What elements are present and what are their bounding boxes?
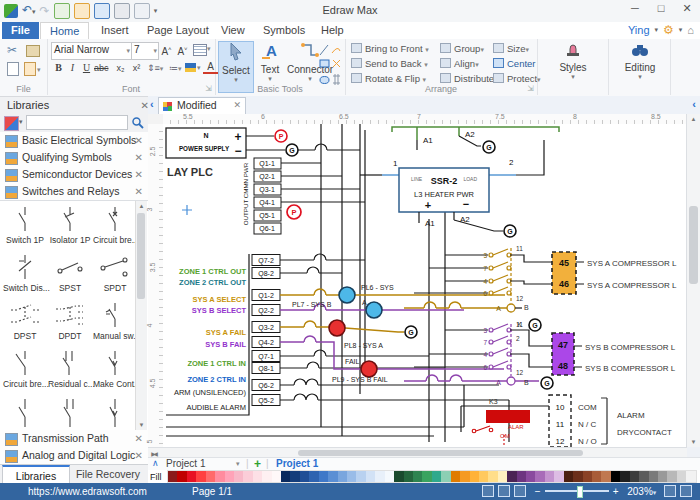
format-painter-icon[interactable] xyxy=(26,45,40,57)
close-icon[interactable]: ✕ xyxy=(135,447,143,464)
group-button[interactable]: Group▾ xyxy=(440,43,484,54)
page-view-icon[interactable] xyxy=(498,485,510,497)
symbol-gallery-scrollbar[interactable]: ▲ ▼ xyxy=(135,201,147,430)
rotate-flip-button[interactable]: Rotate & Flip ▾ xyxy=(351,73,426,84)
terminal-p-mid[interactable]: P xyxy=(287,205,301,219)
color-swatch[interactable] xyxy=(422,471,431,482)
fit-page-icon[interactable] xyxy=(664,485,676,497)
scroll-down-icon[interactable]: ▼ xyxy=(688,439,699,445)
color-swatch[interactable] xyxy=(168,471,177,482)
font-size-select[interactable]: 7▾ xyxy=(131,42,159,60)
terminal-p-top[interactable]: P xyxy=(275,130,287,142)
gear-icon[interactable]: ⚙ xyxy=(663,23,674,37)
color-swatch[interactable] xyxy=(460,471,469,482)
zoom-slider[interactable] xyxy=(545,490,609,492)
color-swatch[interactable] xyxy=(583,471,592,482)
cut-icon[interactable]: ✂ xyxy=(7,43,17,57)
color-swatch[interactable] xyxy=(413,471,422,482)
color-swatch[interactable] xyxy=(300,471,309,482)
bold-button[interactable]: B xyxy=(51,61,66,75)
zoom-level[interactable]: 203% xyxy=(627,486,653,497)
pan-zoom-icon[interactable] xyxy=(680,485,692,497)
tab-help[interactable]: Help xyxy=(312,22,353,39)
ssr2-relay[interactable]: LINE SSR-2 LOAD L3 HEATER PWR + − 1 2 A1… xyxy=(360,140,544,237)
normal-view-icon[interactable] xyxy=(482,485,494,497)
search-icon[interactable] xyxy=(131,116,144,129)
color-swatch[interactable] xyxy=(328,471,337,482)
color-swatch[interactable] xyxy=(620,471,629,482)
account-name[interactable]: Ying xyxy=(628,24,650,36)
font-dialog-launcher[interactable]: ⇲ xyxy=(205,84,212,93)
symbol-partial[interactable] xyxy=(48,397,92,429)
library-item-analog-digital-logic[interactable]: Analog and Digital Logic✕ xyxy=(0,447,148,465)
color-swatch[interactable] xyxy=(281,471,290,482)
close-icon[interactable]: ✕ xyxy=(135,132,143,149)
plc-input-terminals[interactable]: Q7-2Q8-2 Q1-2Q2-2 Q3-2Q4-2 Q7-1Q8-1 Q6-2… xyxy=(252,255,280,406)
color-swatch[interactable] xyxy=(338,471,347,482)
terminal-g-top[interactable]: G xyxy=(286,144,298,156)
color-swatch[interactable] xyxy=(253,471,262,482)
symbol-switch-disconnector[interactable]: Switch Dis... xyxy=(3,253,47,293)
library-item-qualifying[interactable]: Qualifying Symbols✕ xyxy=(0,149,148,167)
highlight-dropdown[interactable]: ▾ xyxy=(197,64,201,72)
color-swatch[interactable] xyxy=(319,471,328,482)
tab-file[interactable]: File xyxy=(2,22,39,39)
grow-font-button[interactable]: A˄ xyxy=(159,42,174,59)
color-swatch[interactable] xyxy=(234,471,243,482)
shape-tools-grid[interactable] xyxy=(318,43,342,87)
symbol-dpst[interactable]: DPST xyxy=(3,301,47,341)
symbol-switch-1p[interactable]: Switch 1P xyxy=(3,205,47,245)
color-swatch[interactable] xyxy=(243,471,252,482)
color-swatch[interactable] xyxy=(592,471,601,482)
line-spacing-icon[interactable]: ⇕≡▾ xyxy=(147,63,163,73)
color-swatch[interactable] xyxy=(573,471,582,482)
color-swatch[interactable] xyxy=(479,471,488,482)
document-tab-modified[interactable]: Modified ✕ xyxy=(158,97,246,115)
symbol-residual-current[interactable]: Residual c... xyxy=(48,349,92,389)
color-swatch[interactable] xyxy=(658,471,667,482)
library-picker-icon[interactable] xyxy=(4,116,19,131)
sys-b-contact-bank[interactable]: 37 46 11 2 12 A B G 47 48 SYS B xyxy=(414,321,676,389)
close-icon[interactable]: ✕ xyxy=(135,149,143,166)
color-swatch[interactable] xyxy=(545,471,554,482)
scroll-right-icon[interactable]: ▶ xyxy=(148,450,159,457)
symbol-spst[interactable]: SPST xyxy=(48,253,92,293)
project-dropdown-caret[interactable]: ▾ xyxy=(236,460,240,468)
color-swatch[interactable] xyxy=(225,471,234,482)
italic-button[interactable]: I xyxy=(65,61,80,75)
color-swatch[interactable] xyxy=(677,471,686,482)
presentation-view-icon[interactable] xyxy=(514,485,526,497)
library-item-basic-electrical[interactable]: Basic Electrical Symbols✕ xyxy=(0,132,148,150)
close-tab-icon[interactable]: ✕ xyxy=(233,98,241,113)
color-swatch[interactable] xyxy=(686,471,695,482)
color-swatch[interactable] xyxy=(309,471,318,482)
page-tab-project1[interactable]: Project 1 xyxy=(276,458,318,469)
paste-dropdown[interactable]: ▾ xyxy=(37,66,41,74)
color-swatch[interactable] xyxy=(535,471,544,482)
close-icon[interactable]: ✕ xyxy=(135,430,143,447)
color-swatch[interactable] xyxy=(470,471,479,482)
tab-file-recovery[interactable]: File Recovery xyxy=(70,465,146,483)
arrange-dialog-launcher[interactable]: ⇲ xyxy=(527,84,534,93)
color-swatch[interactable] xyxy=(601,471,610,482)
color-swatch[interactable] xyxy=(272,471,281,482)
power-supply-box[interactable]: N POWER SUPPLY + − xyxy=(166,128,360,158)
shrink-font-button[interactable]: A˅ xyxy=(175,42,190,59)
styles-button[interactable]: Styles▾ xyxy=(555,41,591,91)
align-button[interactable]: Align▾ xyxy=(440,58,479,69)
subscript-button[interactable]: x₂ xyxy=(113,61,128,75)
font-family-select[interactable]: Arial Narrow▾ xyxy=(51,42,133,60)
highlight-icon[interactable] xyxy=(185,63,196,72)
symbol-partial[interactable] xyxy=(93,397,137,429)
vertical-scrollbar[interactable]: ▲ ▼ xyxy=(686,114,700,447)
alarm-dry-contact[interactable]: K3 ALAR OM 10 11 12 COM N / C N / O xyxy=(461,395,672,447)
tab-scroll-left-icon[interactable]: ‹ xyxy=(150,98,154,110)
color-swatch[interactable] xyxy=(667,471,676,482)
color-swatch[interactable] xyxy=(526,471,535,482)
tab-view[interactable]: View xyxy=(212,22,254,39)
strikethrough-button[interactable]: abc xyxy=(93,61,110,75)
color-swatch[interactable] xyxy=(404,471,413,482)
feeder-bracket[interactable]: A1 A2 G xyxy=(392,127,559,153)
text-style-dropdown[interactable]: ▾ xyxy=(207,45,211,53)
symbol-spdt[interactable]: SPDT xyxy=(93,253,137,293)
